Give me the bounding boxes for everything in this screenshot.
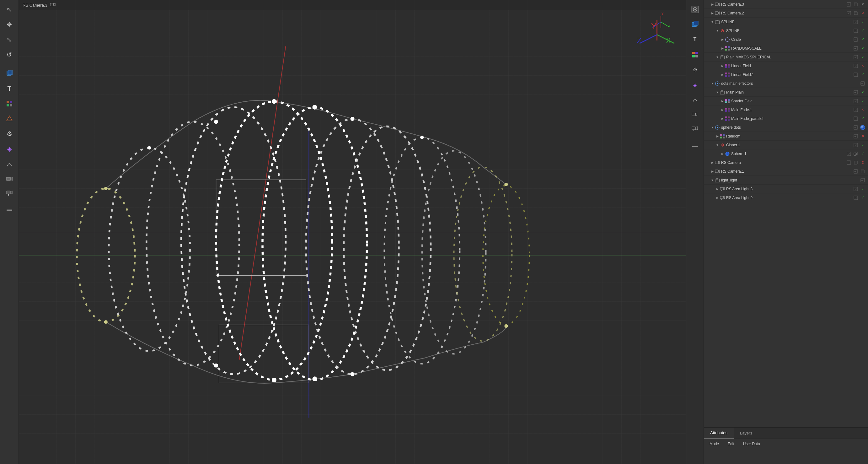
status-check-icon[interactable]: ✓ bbox=[860, 98, 866, 104]
tab-layers[interactable]: Layers bbox=[734, 428, 758, 439]
edit-icon[interactable] bbox=[846, 160, 852, 166]
list-item[interactable]: ▶Main Fade_parallel✓ bbox=[704, 114, 868, 123]
status-check-icon[interactable]: ✓ bbox=[860, 195, 866, 201]
expand-arrow[interactable]: ▼ bbox=[710, 81, 715, 86]
status-check-icon[interactable]: ✓ bbox=[860, 186, 866, 192]
camera-right-icon[interactable] bbox=[688, 108, 702, 122]
list-item[interactable]: ▼SPLINE✓ bbox=[704, 18, 868, 26]
text-right-icon[interactable]: T bbox=[688, 33, 702, 47]
list-item[interactable]: ▶RS Camera.3⊘ bbox=[704, 0, 868, 9]
expand-arrow[interactable]: ▼ bbox=[715, 29, 719, 33]
expand-arrow[interactable]: ▼ bbox=[715, 143, 719, 147]
edit-icon[interactable] bbox=[860, 81, 866, 86]
edit-button[interactable]: Edit bbox=[726, 441, 736, 447]
move-icon[interactable]: ✥ bbox=[2, 18, 16, 31]
gem-icon[interactable]: ◈ bbox=[2, 142, 16, 156]
cursor-icon[interactable]: ↖ bbox=[2, 2, 16, 16]
status-check-icon[interactable]: ✓ bbox=[860, 28, 866, 34]
edit-icon[interactable] bbox=[853, 142, 859, 148]
status-x-icon[interactable]: ✕ bbox=[860, 134, 866, 139]
expand-arrow[interactable]: ▶ bbox=[720, 72, 724, 77]
status-check-icon[interactable]: ✓ bbox=[860, 142, 866, 148]
cube-icon[interactable] bbox=[2, 66, 16, 80]
visibility-icon[interactable]: ⊘ bbox=[860, 2, 866, 7]
rotate-icon[interactable]: ↺ bbox=[2, 48, 16, 61]
viewport[interactable]: RS Camera.3 Y X Z bbox=[19, 0, 686, 464]
expand-arrow[interactable]: ▶ bbox=[720, 64, 724, 68]
shape-icon[interactable] bbox=[2, 112, 16, 125]
expand-arrow[interactable]: ▼ bbox=[710, 178, 715, 182]
user-data-button[interactable]: User Data bbox=[741, 441, 762, 447]
bend-icon[interactable] bbox=[2, 157, 16, 171]
edit-icon[interactable] bbox=[853, 169, 859, 174]
edit-icon[interactable] bbox=[853, 63, 859, 69]
extra-icon[interactable] bbox=[853, 151, 859, 157]
status-check-icon[interactable]: ✓ bbox=[860, 54, 866, 60]
list-item[interactable]: ▼Cloner.1✓ bbox=[704, 141, 868, 149]
expand-arrow[interactable]: ▶ bbox=[720, 99, 724, 103]
list-item[interactable]: ▶Linear Field✕ bbox=[704, 61, 868, 70]
floor-right-icon[interactable] bbox=[688, 138, 702, 152]
cube-right-icon[interactable] bbox=[688, 18, 702, 31]
camera-left-icon[interactable] bbox=[2, 172, 16, 186]
list-item[interactable]: ▶Main Fade.1✕ bbox=[704, 106, 868, 114]
list-item[interactable]: ▼Main Plain✓ bbox=[704, 88, 868, 97]
expand-arrow[interactable]: ▶ bbox=[715, 187, 719, 191]
mode-button[interactable]: Mode bbox=[708, 441, 721, 447]
list-item[interactable]: ▶RS Camera.2⊘ bbox=[704, 9, 868, 18]
list-item[interactable]: ▶RS Area Light.8✓ bbox=[704, 184, 868, 193]
expand-arrow[interactable]: ▶ bbox=[710, 169, 715, 174]
expand-arrow[interactable]: ▶ bbox=[715, 196, 719, 200]
settings-right-icon[interactable]: ⚙ bbox=[688, 63, 702, 77]
list-item[interactable]: ▼dots main effectors bbox=[704, 79, 868, 88]
resize-icon[interactable] bbox=[860, 169, 866, 174]
edit-icon[interactable] bbox=[846, 2, 852, 7]
list-item[interactable]: ▼sphere dots bbox=[704, 123, 868, 132]
list-item[interactable]: ▼SPLINE✓ bbox=[704, 26, 868, 35]
resize-icon[interactable] bbox=[853, 10, 859, 16]
edit-icon[interactable] bbox=[846, 151, 852, 157]
edit-icon[interactable] bbox=[853, 186, 859, 192]
status-check-icon[interactable]: ✓ bbox=[860, 19, 866, 25]
list-item[interactable]: ▼Plain MAKES SPHERICAL✓ bbox=[704, 53, 868, 61]
expand-arrow[interactable]: ▼ bbox=[715, 55, 719, 59]
gem-right-icon[interactable]: ◈ bbox=[688, 78, 702, 92]
list-item[interactable]: ▶Sphere.1✓ bbox=[704, 149, 868, 158]
expand-arrow[interactable]: ▶ bbox=[715, 134, 719, 139]
list-item[interactable]: ▶Circle✓ bbox=[704, 35, 868, 44]
scene-hierarchy[interactable]: ▶RS Camera.3⊘▶RS Camera.2⊘▼SPLINE✓▼SPLIN… bbox=[704, 0, 868, 428]
edit-icon[interactable] bbox=[853, 107, 859, 113]
list-item[interactable]: ▶Shader Field✓ bbox=[704, 97, 868, 106]
status-check-icon[interactable]: ✓ bbox=[860, 46, 866, 51]
tab-attributes[interactable]: Attributes bbox=[704, 428, 734, 439]
list-item[interactable]: ▶Random✕ bbox=[704, 132, 868, 141]
light-icon[interactable] bbox=[2, 187, 16, 201]
expand-arrow[interactable]: ▶ bbox=[710, 161, 715, 165]
edit-icon[interactable] bbox=[853, 54, 859, 60]
text-icon[interactable]: T bbox=[2, 82, 16, 95]
expand-arrow[interactable]: ▶ bbox=[720, 116, 724, 121]
status-check-icon[interactable]: ✓ bbox=[860, 116, 866, 121]
render-icon[interactable] bbox=[688, 2, 702, 16]
list-item[interactable]: ▼light_light bbox=[704, 176, 868, 184]
expand-arrow[interactable]: ▶ bbox=[720, 108, 724, 112]
edit-icon[interactable] bbox=[853, 116, 859, 121]
edit-icon[interactable] bbox=[860, 177, 866, 183]
status-check-icon[interactable]: ✓ bbox=[860, 72, 866, 78]
edit-icon[interactable] bbox=[846, 10, 852, 16]
visibility-icon[interactable]: ⊘ bbox=[860, 10, 866, 16]
expand-arrow[interactable]: ▶ bbox=[720, 37, 724, 42]
resize-icon[interactable] bbox=[853, 2, 859, 7]
edit-icon[interactable] bbox=[853, 37, 859, 42]
status-check-icon[interactable]: ✓ bbox=[860, 151, 866, 157]
resize-icon[interactable] bbox=[853, 160, 859, 166]
edit-icon[interactable] bbox=[853, 72, 859, 78]
expand-arrow[interactable]: ▼ bbox=[710, 20, 715, 24]
expand-arrow[interactable]: ▼ bbox=[715, 90, 719, 94]
expand-arrow[interactable]: ▶ bbox=[710, 2, 715, 7]
list-item[interactable]: ▶RS Camera⊘ bbox=[704, 158, 868, 167]
status-check-icon[interactable]: ✓ bbox=[860, 89, 866, 95]
edit-icon[interactable] bbox=[853, 89, 859, 95]
status-check-icon[interactable]: ✓ bbox=[860, 37, 866, 42]
edit-icon[interactable] bbox=[853, 98, 859, 104]
